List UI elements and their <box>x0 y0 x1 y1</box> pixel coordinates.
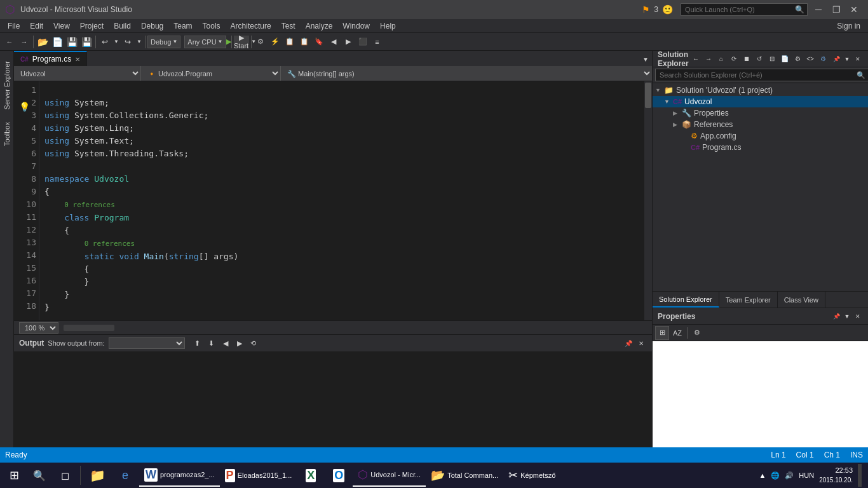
sidebar-toolbox[interactable]: Toolbox <box>1 117 13 151</box>
toolbar-btn-3[interactable]: 📋 <box>283 35 297 49</box>
menu-architecture[interactable]: Architecture <box>226 19 276 32</box>
taskbar-excel[interactable]: X <box>297 464 325 487</box>
code-content[interactable]: using System; using System.Collections.G… <box>39 81 644 320</box>
se-forward-button[interactable]: → <box>703 53 714 65</box>
se-collapse-button[interactable]: ⊟ <box>766 53 778 65</box>
menu-test[interactable]: Test <box>276 19 301 32</box>
platform-dropdown[interactable]: Any CPU ▼ <box>184 36 226 48</box>
toolbar-btn-2[interactable]: ⚡ <box>268 35 282 49</box>
save-all-button[interactable]: 💾 <box>79 35 93 49</box>
new-project-button[interactable]: 📂 <box>36 35 50 49</box>
start-button[interactable]: ▶ ▶ Start ▼ <box>234 36 249 48</box>
sign-in-link[interactable]: Sign in <box>832 19 865 32</box>
tray-expand-icon[interactable]: ▲ <box>759 471 766 479</box>
se-properties-button[interactable]: ⚙ <box>792 53 803 65</box>
menu-window[interactable]: Window <box>337 19 375 32</box>
tab-list-button[interactable]: ▼ <box>639 52 652 66</box>
prop-properties-button[interactable]: ⚙ <box>690 326 704 340</box>
output-source-dropdown[interactable] <box>109 337 185 349</box>
menu-view[interactable]: View <box>48 19 75 32</box>
taskbar-tc[interactable]: 📂 Total Comman... <box>426 464 503 487</box>
close-button[interactable]: ✕ <box>845 3 863 16</box>
output-left-button[interactable]: ◀ <box>219 337 232 349</box>
restore-button[interactable]: ❐ <box>827 3 845 16</box>
output-pin-button[interactable]: 📌 <box>623 337 634 349</box>
back-button[interactable]: ← <box>3 35 17 49</box>
taskbar-ppt[interactable]: P Eloadas2015_1... <box>220 464 297 487</box>
se-show-files-button[interactable]: 📄 <box>779 53 790 65</box>
tree-item-solution[interactable]: ▼ 📁 Solution 'Udvozol' (1 project) <box>653 85 868 96</box>
taskbar-word[interactable]: W programozas2_... <box>139 464 220 487</box>
tree-item-program-cs[interactable]: C# Program.cs <box>653 142 868 153</box>
tree-item-references[interactable]: ▶ 📦 References <box>653 119 868 130</box>
toolbar-btn-7[interactable]: ▶ <box>341 35 355 49</box>
toolbar-btn-5[interactable]: 🔖 <box>312 35 326 49</box>
output-down-button[interactable]: ⬇ <box>205 337 218 349</box>
menu-team[interactable]: Team <box>168 19 197 32</box>
sidebar-server-explorer[interactable]: Server Explorer <box>1 56 13 114</box>
menu-edit[interactable]: Edit <box>25 19 48 32</box>
tab-class-view[interactable]: Class View <box>778 292 825 308</box>
horizontal-scrollbar[interactable] <box>64 324 644 332</box>
taskbar-outlook[interactable]: O <box>325 464 353 487</box>
undo-button[interactable]: ↩ <box>98 35 112 49</box>
taskbar-taskview-button[interactable]: ◻ <box>52 463 78 488</box>
redo-dropdown-button[interactable]: ▼ <box>135 35 143 49</box>
taskbar-search-button[interactable]: 🔍 <box>27 463 52 488</box>
taskbar-snip[interactable]: ✂ Képmetsző <box>503 464 560 487</box>
menu-file[interactable]: File <box>3 19 25 32</box>
tab-close-button[interactable]: ✕ <box>75 56 80 63</box>
tree-item-project[interactable]: ▼ C# Udvozol <box>653 96 868 107</box>
prop-close-button[interactable]: ✕ <box>853 311 863 322</box>
toolbar-btn-4[interactable]: 📋 <box>297 35 311 49</box>
se-home-button[interactable]: ⌂ <box>715 53 727 65</box>
toolbar-btn-6[interactable]: ◀ <box>327 35 341 49</box>
se-close-button[interactable]: ✕ <box>853 54 863 64</box>
se-search-input[interactable] <box>655 69 868 81</box>
se-settings-button[interactable]: ⚙ <box>817 53 829 65</box>
toolbar-btn-8[interactable]: ⬛ <box>356 35 370 49</box>
editor-tab-program-cs[interactable]: C# Program.cs ✕ <box>14 51 87 66</box>
menu-help[interactable]: Help <box>375 19 401 32</box>
taskbar-edge[interactable]: e <box>111 464 139 487</box>
toolbar-btn-1[interactable]: ⚙ <box>254 35 268 49</box>
output-up-button[interactable]: ⬆ <box>191 337 204 349</box>
menu-analyze[interactable]: Analyze <box>301 19 338 32</box>
menu-tools[interactable]: Tools <box>198 19 226 32</box>
output-wrap-button[interactable]: ⟲ <box>247 337 260 349</box>
tree-item-properties[interactable]: ▶ 🔧 Properties <box>653 107 868 119</box>
quick-launch-input[interactable] <box>681 3 808 16</box>
se-pin-button[interactable]: 📌 <box>831 54 841 64</box>
class-dropdown[interactable]: 🔸 Udvozol.Program <box>141 66 281 81</box>
se-sync-button[interactable]: ⟳ <box>728 53 740 65</box>
se-dropdown-button[interactable]: ▼ <box>842 54 852 64</box>
start-menu-button[interactable]: ⊞ <box>1 463 27 488</box>
debug-config-dropdown[interactable]: Debug ▼ <box>147 36 180 48</box>
forward-button[interactable]: → <box>17 35 31 49</box>
lightbulb-icon[interactable]: 💡 <box>19 102 30 112</box>
menu-project[interactable]: Project <box>75 19 109 32</box>
se-back-button[interactable]: ← <box>690 53 702 65</box>
tab-team-explorer[interactable]: Team Explorer <box>719 292 778 308</box>
save-button[interactable]: 💾 <box>65 35 79 49</box>
menu-debug[interactable]: Debug <box>136 19 168 32</box>
editor-scrollbar[interactable] <box>644 81 652 320</box>
minimize-button[interactable]: ─ <box>810 3 827 16</box>
toolbar-btn-9[interactable]: ≡ <box>370 35 384 49</box>
member-dropdown[interactable]: 🔧 Main(string[] args) <box>281 66 652 81</box>
se-stop-button[interactable]: ⏹ <box>741 53 752 65</box>
se-code-button[interactable]: <> <box>804 53 816 65</box>
taskbar-vs[interactable]: ⬡ Udvozol - Micr... <box>353 464 426 487</box>
undo-dropdown-button[interactable]: ▼ <box>112 35 120 49</box>
tab-solution-explorer[interactable]: Solution Explorer <box>653 292 719 308</box>
show-desktop-button[interactable] <box>858 464 862 487</box>
prop-dropdown-button[interactable]: ▼ <box>842 311 852 322</box>
menu-build[interactable]: Build <box>109 19 136 32</box>
taskbar-file-explorer[interactable]: 📁 <box>83 464 111 487</box>
prop-alphabetical-button[interactable]: AZ <box>670 326 684 340</box>
tree-item-appconfig[interactable]: ⚙ App.config <box>653 130 868 142</box>
output-right-button[interactable]: ▶ <box>233 337 246 349</box>
zoom-dropdown[interactable]: 100 % 75 % 150 % <box>19 322 58 334</box>
redo-button[interactable]: ↪ <box>121 35 135 49</box>
prop-categorized-button[interactable]: ⊞ <box>655 326 669 340</box>
